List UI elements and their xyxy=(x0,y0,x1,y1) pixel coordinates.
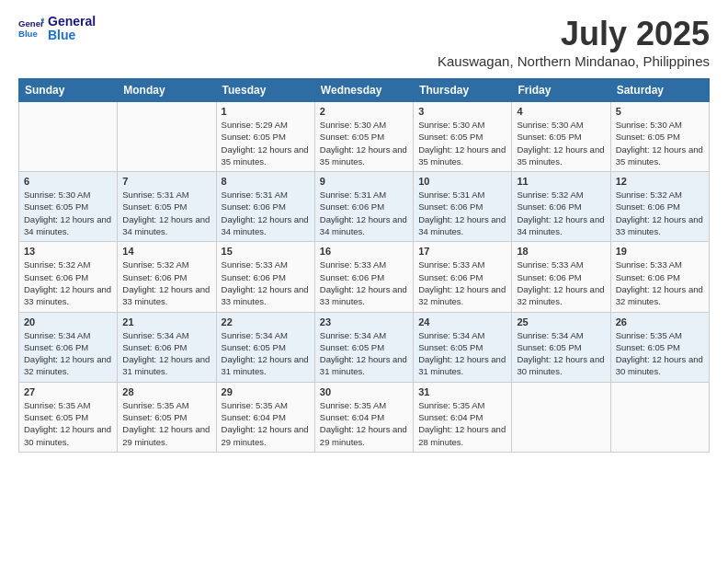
day-info: Sunrise: 5:29 AM Sunset: 6:05 PM Dayligh… xyxy=(222,119,310,167)
day-number: 3 xyxy=(418,106,506,117)
day-info: Sunrise: 5:31 AM Sunset: 6:06 PM Dayligh… xyxy=(418,189,506,237)
day-info: Sunrise: 5:33 AM Sunset: 6:06 PM Dayligh… xyxy=(222,259,310,307)
day-number: 6 xyxy=(24,176,112,187)
calendar-cell: 4Sunrise: 5:30 AM Sunset: 6:05 PM Daylig… xyxy=(512,102,610,172)
day-number: 25 xyxy=(517,316,605,327)
calendar-cell: 5Sunrise: 5:30 AM Sunset: 6:05 PM Daylig… xyxy=(610,102,709,172)
day-info: Sunrise: 5:35 AM Sunset: 6:05 PM Dayligh… xyxy=(24,399,112,448)
day-number: 10 xyxy=(418,176,506,187)
calendar-cell: 12Sunrise: 5:32 AM Sunset: 6:06 PM Dayli… xyxy=(610,172,709,242)
day-number: 11 xyxy=(517,176,605,187)
day-info: Sunrise: 5:30 AM Sunset: 6:05 PM Dayligh… xyxy=(517,119,605,167)
day-number: 13 xyxy=(24,246,112,257)
day-info: Sunrise: 5:30 AM Sunset: 6:05 PM Dayligh… xyxy=(24,189,112,237)
calendar-cell: 11Sunrise: 5:32 AM Sunset: 6:06 PM Dayli… xyxy=(512,172,610,242)
svg-text:General: General xyxy=(18,19,44,29)
page-header: General Blue General Blue July 2025 Kaus… xyxy=(18,15,710,69)
day-info: Sunrise: 5:35 AM Sunset: 6:04 PM Dayligh… xyxy=(320,399,408,448)
calendar-cell: 26Sunrise: 5:35 AM Sunset: 6:05 PM Dayli… xyxy=(610,312,709,382)
calendar-cell: 31Sunrise: 5:35 AM Sunset: 6:04 PM Dayli… xyxy=(414,382,512,452)
day-number: 21 xyxy=(122,316,210,327)
header-saturday: Saturday xyxy=(610,79,709,102)
calendar-cell: 10Sunrise: 5:31 AM Sunset: 6:06 PM Dayli… xyxy=(414,172,512,242)
day-info: Sunrise: 5:34 AM Sunset: 6:05 PM Dayligh… xyxy=(418,329,506,378)
week-row-3: 13Sunrise: 5:32 AM Sunset: 6:06 PM Dayli… xyxy=(19,242,710,312)
calendar-cell: 28Sunrise: 5:35 AM Sunset: 6:05 PM Dayli… xyxy=(118,382,216,452)
header-monday: Monday xyxy=(118,79,216,102)
logo-text-general: General xyxy=(48,15,96,29)
day-number: 19 xyxy=(616,246,704,257)
day-number: 18 xyxy=(517,246,605,257)
calendar-cell: 24Sunrise: 5:34 AM Sunset: 6:05 PM Dayli… xyxy=(414,312,512,382)
day-number: 26 xyxy=(616,316,704,327)
title-block: July 2025 Kauswagan, Northern Mindanao, … xyxy=(438,15,710,69)
calendar-cell xyxy=(512,382,610,452)
calendar-cell: 18Sunrise: 5:33 AM Sunset: 6:06 PM Dayli… xyxy=(512,242,610,312)
calendar-cell: 16Sunrise: 5:33 AM Sunset: 6:06 PM Dayli… xyxy=(314,242,413,312)
day-info: Sunrise: 5:35 AM Sunset: 6:04 PM Dayligh… xyxy=(222,399,310,448)
calendar-cell: 17Sunrise: 5:33 AM Sunset: 6:06 PM Dayli… xyxy=(414,242,512,312)
day-info: Sunrise: 5:33 AM Sunset: 6:06 PM Dayligh… xyxy=(418,259,506,307)
logo: General Blue General Blue xyxy=(18,15,96,43)
day-number: 8 xyxy=(222,176,310,187)
day-number: 24 xyxy=(418,316,506,327)
day-number: 23 xyxy=(320,316,408,327)
day-number: 7 xyxy=(122,176,210,187)
day-info: Sunrise: 5:34 AM Sunset: 6:06 PM Dayligh… xyxy=(24,329,112,378)
day-info: Sunrise: 5:34 AM Sunset: 6:05 PM Dayligh… xyxy=(222,329,310,378)
day-info: Sunrise: 5:30 AM Sunset: 6:05 PM Dayligh… xyxy=(418,119,506,167)
header-sunday: Sunday xyxy=(19,79,118,102)
calendar-cell: 2Sunrise: 5:30 AM Sunset: 6:05 PM Daylig… xyxy=(314,102,413,172)
day-info: Sunrise: 5:32 AM Sunset: 6:06 PM Dayligh… xyxy=(517,189,605,237)
day-number: 9 xyxy=(320,176,408,187)
logo-icon: General Blue xyxy=(18,16,44,41)
week-row-2: 6Sunrise: 5:30 AM Sunset: 6:05 PM Daylig… xyxy=(19,172,710,242)
calendar-cell: 15Sunrise: 5:33 AM Sunset: 6:06 PM Dayli… xyxy=(216,242,314,312)
day-info: Sunrise: 5:30 AM Sunset: 6:05 PM Dayligh… xyxy=(320,119,408,167)
calendar-table: SundayMondayTuesdayWednesdayThursdayFrid… xyxy=(18,78,710,453)
calendar-cell: 3Sunrise: 5:30 AM Sunset: 6:05 PM Daylig… xyxy=(414,102,512,172)
day-number: 2 xyxy=(320,106,408,117)
calendar-cell: 20Sunrise: 5:34 AM Sunset: 6:06 PM Dayli… xyxy=(19,312,118,382)
svg-text:Blue: Blue xyxy=(18,29,38,39)
calendar-cell: 23Sunrise: 5:34 AM Sunset: 6:05 PM Dayli… xyxy=(314,312,413,382)
day-info: Sunrise: 5:32 AM Sunset: 6:06 PM Dayligh… xyxy=(24,259,112,307)
day-info: Sunrise: 5:34 AM Sunset: 6:05 PM Dayligh… xyxy=(320,329,408,378)
day-info: Sunrise: 5:32 AM Sunset: 6:06 PM Dayligh… xyxy=(122,259,210,307)
calendar-cell: 25Sunrise: 5:34 AM Sunset: 6:05 PM Dayli… xyxy=(512,312,610,382)
day-number: 29 xyxy=(222,386,310,397)
calendar-cell: 6Sunrise: 5:30 AM Sunset: 6:05 PM Daylig… xyxy=(19,172,118,242)
header-wednesday: Wednesday xyxy=(314,79,413,102)
calendar-cell: 30Sunrise: 5:35 AM Sunset: 6:04 PM Dayli… xyxy=(314,382,413,452)
day-info: Sunrise: 5:35 AM Sunset: 6:05 PM Dayligh… xyxy=(616,329,704,378)
day-number: 31 xyxy=(418,386,506,397)
day-number: 28 xyxy=(122,386,210,397)
day-info: Sunrise: 5:34 AM Sunset: 6:05 PM Dayligh… xyxy=(517,329,605,378)
day-info: Sunrise: 5:30 AM Sunset: 6:05 PM Dayligh… xyxy=(616,119,704,167)
calendar-title: July 2025 xyxy=(438,15,710,53)
calendar-cell xyxy=(610,382,709,452)
day-number: 30 xyxy=(320,386,408,397)
calendar-cell: 9Sunrise: 5:31 AM Sunset: 6:06 PM Daylig… xyxy=(314,172,413,242)
calendar-cell: 13Sunrise: 5:32 AM Sunset: 6:06 PM Dayli… xyxy=(19,242,118,312)
day-number: 14 xyxy=(122,246,210,257)
calendar-cell: 14Sunrise: 5:32 AM Sunset: 6:06 PM Dayli… xyxy=(118,242,216,312)
calendar-cell xyxy=(19,102,118,172)
logo-text-blue: Blue xyxy=(48,29,96,42)
day-number: 15 xyxy=(222,246,310,257)
day-info: Sunrise: 5:31 AM Sunset: 6:06 PM Dayligh… xyxy=(320,189,408,237)
day-info: Sunrise: 5:33 AM Sunset: 6:06 PM Dayligh… xyxy=(517,259,605,307)
calendar-cell: 7Sunrise: 5:31 AM Sunset: 6:05 PM Daylig… xyxy=(118,172,216,242)
day-number: 20 xyxy=(24,316,112,327)
week-row-4: 20Sunrise: 5:34 AM Sunset: 6:06 PM Dayli… xyxy=(19,312,710,382)
calendar-header-row: SundayMondayTuesdayWednesdayThursdayFrid… xyxy=(19,79,710,102)
header-tuesday: Tuesday xyxy=(216,79,314,102)
day-number: 4 xyxy=(517,106,605,117)
day-info: Sunrise: 5:35 AM Sunset: 6:05 PM Dayligh… xyxy=(122,399,210,448)
day-info: Sunrise: 5:34 AM Sunset: 6:06 PM Dayligh… xyxy=(122,329,210,378)
calendar-cell: 27Sunrise: 5:35 AM Sunset: 6:05 PM Dayli… xyxy=(19,382,118,452)
day-info: Sunrise: 5:33 AM Sunset: 6:06 PM Dayligh… xyxy=(320,259,408,307)
day-number: 12 xyxy=(616,176,704,187)
header-thursday: Thursday xyxy=(414,79,512,102)
day-number: 27 xyxy=(24,386,112,397)
